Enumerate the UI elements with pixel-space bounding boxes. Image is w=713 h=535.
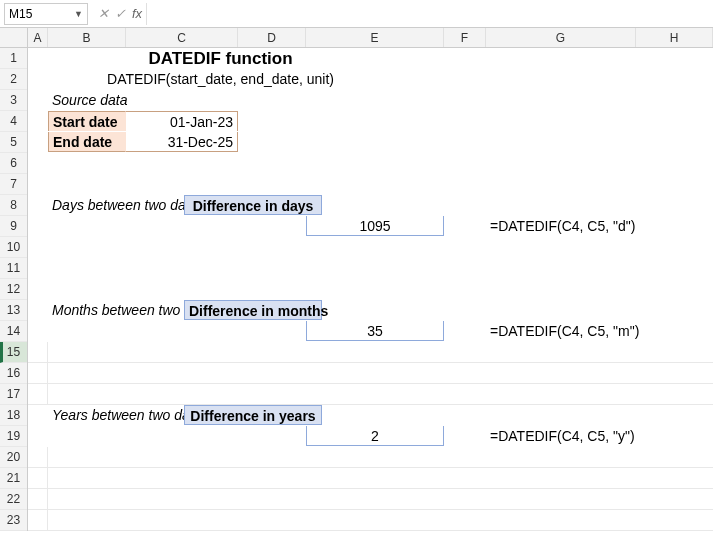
row-header[interactable]: 14: [0, 321, 27, 342]
row-header[interactable]: 23: [0, 510, 27, 531]
row-header[interactable]: 8: [0, 195, 27, 216]
cell[interactable]: [126, 321, 238, 341]
row-header[interactable]: 17: [0, 384, 27, 405]
row-header[interactable]: 1: [0, 48, 27, 69]
cell[interactable]: [28, 48, 48, 68]
cell[interactable]: [28, 405, 48, 425]
cell[interactable]: [126, 300, 184, 320]
end-date-value[interactable]: 31-Dec-25: [126, 132, 238, 152]
row-header[interactable]: 21: [0, 468, 27, 489]
source-data-label[interactable]: Source data: [48, 90, 126, 110]
col-header[interactable]: F: [444, 28, 486, 47]
cell[interactable]: [116, 405, 184, 425]
start-date-value[interactable]: 01-Jan-23: [126, 111, 238, 131]
row-header[interactable]: 18: [0, 405, 27, 426]
row-header[interactable]: 6: [0, 153, 27, 174]
end-date-label[interactable]: End date: [48, 132, 126, 152]
formula-input[interactable]: [153, 3, 713, 25]
formula-days[interactable]: =DATEDIF(C4, C5, "d"): [486, 216, 636, 236]
row-header[interactable]: 2: [0, 69, 27, 90]
cell[interactable]: [28, 132, 48, 152]
cell[interactable]: [28, 384, 48, 404]
cancel-icon[interactable]: ✕: [98, 6, 109, 21]
row-numbers: 1 2 3 4 5 6 7 8 9 10 11 12 13 14 15 16 1…: [0, 48, 28, 531]
cell[interactable]: [28, 90, 48, 110]
cell[interactable]: [28, 216, 48, 236]
col-header[interactable]: H: [636, 28, 713, 47]
diff-months-value[interactable]: 35: [306, 321, 444, 341]
row-header[interactable]: 3: [0, 90, 27, 111]
formula-months[interactable]: =DATEDIF(C4, C5, "m"): [486, 321, 636, 341]
diff-days-header[interactable]: Difference in days: [184, 195, 322, 215]
cell[interactable]: [238, 321, 306, 341]
cell[interactable]: [48, 426, 126, 446]
diff-days-value[interactable]: 1095: [306, 216, 444, 236]
row-header[interactable]: 20: [0, 447, 27, 468]
cell[interactable]: [48, 216, 126, 236]
row-header[interactable]: 7: [0, 174, 27, 195]
column-header-row: A B C D E F G H: [0, 28, 713, 48]
cell[interactable]: [28, 468, 48, 488]
cell[interactable]: [126, 216, 238, 236]
cell[interactable]: [28, 342, 48, 362]
accept-icon[interactable]: ✓: [115, 6, 126, 21]
cell[interactable]: [444, 216, 486, 236]
row-header[interactable]: 15: [0, 342, 27, 363]
cell[interactable]: [238, 426, 306, 446]
page-subtitle[interactable]: DATEDIF(start_date, end_date, unit): [48, 69, 394, 89]
name-box[interactable]: M15 ▼: [4, 3, 88, 25]
diff-years-header[interactable]: Difference in years: [184, 405, 322, 425]
cell[interactable]: [444, 321, 486, 341]
row-header[interactable]: 5: [0, 132, 27, 153]
formula-bar-buttons: ✕ ✓ fx: [94, 3, 147, 25]
col-header[interactable]: D: [238, 28, 306, 47]
fx-icon[interactable]: fx: [132, 6, 142, 21]
select-all-corner[interactable]: [0, 28, 28, 47]
col-header[interactable]: G: [486, 28, 636, 47]
row-header[interactable]: 22: [0, 489, 27, 510]
cell[interactable]: [28, 447, 48, 467]
cell[interactable]: [28, 69, 48, 89]
row-header[interactable]: 19: [0, 426, 27, 447]
col-header[interactable]: A: [28, 28, 48, 47]
row-header[interactable]: 16: [0, 363, 27, 384]
row-header[interactable]: 10: [0, 237, 27, 258]
cell[interactable]: [28, 510, 48, 530]
cell[interactable]: [48, 321, 126, 341]
cell[interactable]: [28, 195, 48, 215]
row-header[interactable]: 13: [0, 300, 27, 321]
start-date-label[interactable]: Start date: [48, 111, 126, 131]
row-header[interactable]: 4: [0, 111, 27, 132]
diff-years-value[interactable]: 2: [306, 426, 444, 446]
diff-months-header[interactable]: Difference in months: [184, 300, 322, 320]
cell[interactable]: [238, 216, 306, 236]
cell[interactable]: [28, 426, 48, 446]
cell[interactable]: [28, 111, 48, 131]
cells-area[interactable]: DATEDIF function DATEDIF(start_date, end…: [28, 48, 713, 531]
col-header[interactable]: C: [126, 28, 238, 47]
row-header[interactable]: 9: [0, 216, 27, 237]
cell[interactable]: [28, 300, 48, 320]
col-header[interactable]: E: [306, 28, 444, 47]
page-title[interactable]: DATEDIF function: [48, 48, 394, 68]
row-header[interactable]: 11: [0, 258, 27, 279]
row-header[interactable]: 12: [0, 279, 27, 300]
chevron-down-icon[interactable]: ▼: [74, 9, 83, 19]
formula-bar: M15 ▼ ✕ ✓ fx: [0, 0, 713, 28]
name-box-value: M15: [9, 7, 32, 21]
spreadsheet-grid: A B C D E F G H 1 2 3 4 5 6 7 8 9 10 11 …: [0, 28, 713, 531]
cell[interactable]: [126, 426, 238, 446]
cell[interactable]: [28, 363, 48, 383]
col-header[interactable]: B: [48, 28, 126, 47]
cell[interactable]: [444, 426, 486, 446]
cell[interactable]: [116, 195, 184, 215]
formula-years[interactable]: =DATEDIF(C4, C5, "y"): [486, 426, 636, 446]
cell[interactable]: [28, 489, 48, 509]
cell[interactable]: [28, 321, 48, 341]
